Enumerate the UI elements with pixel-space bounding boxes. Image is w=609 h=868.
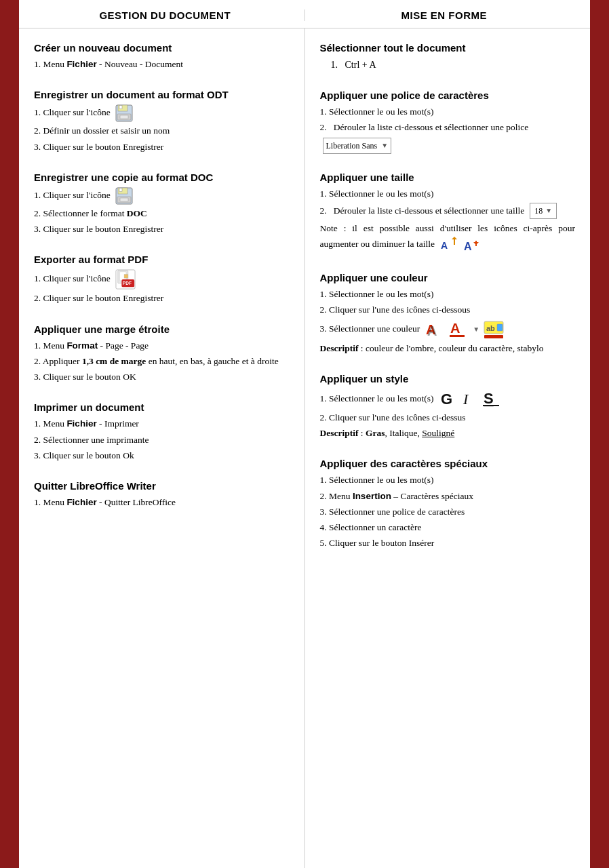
size-icons: A A (439, 235, 480, 254)
svg-rect-18 (454, 239, 455, 245)
step: 2. Dérouler la liste ci-dessous et sélec… (320, 121, 576, 153)
col-right: Sélectionner tout le document 1. Ctrl + … (305, 28, 591, 868)
svg-marker-15 (124, 275, 128, 279)
section-title-quitter: Quitter LibreOffice Writer (34, 480, 290, 492)
section-title-enregistrer-doc: Enregistrer une copie au format DOC (34, 172, 290, 183)
font-value: Liberation Sans (326, 140, 378, 152)
keyword-format: Format (66, 340, 98, 351)
section-title-style: Appliquer un style (320, 373, 576, 384)
step: 5. Cliquer sur le bouton Insérer (320, 536, 576, 550)
step-text: 3. Sélectionner une couleur (320, 322, 420, 336)
italic-icon: I (460, 389, 479, 408)
header-row: GESTION DU DOCUMENT MISE EN FORME (19, 0, 590, 28)
keyword-fichier-quit: Fichier (66, 497, 96, 507)
step-text: 2. Dérouler la liste ci-dessous et sélec… (320, 121, 529, 134)
step: 1. Menu Format - Page - Page (34, 339, 290, 353)
marge-value: 1,3 cm de marge (82, 356, 146, 366)
step: 1. Sélectionner le ou les mot(s) (320, 288, 576, 301)
svg-rect-21 (475, 241, 477, 246)
section-marge: Appliquer une marge étroite 1. Menu Form… (34, 323, 290, 384)
size-dropdown[interactable]: 18 ▼ (530, 203, 557, 219)
content-row: Créer un nouveau document 1. Menu Fichie… (19, 28, 590, 868)
step-descriptif-style: Descriptif : Gras, Italique, Souligné (320, 427, 576, 440)
save-icon (115, 104, 133, 122)
svg-text:A: A (450, 321, 460, 336)
step: 1. Sélectionner le ou les mot(s) (320, 105, 576, 119)
svg-rect-25 (450, 335, 465, 337)
section-title-marge: Appliquer une marge étroite (34, 323, 290, 335)
step: 2. Appliquer 1,3 cm de marge en haut, en… (34, 355, 290, 368)
souligne-label: Souligné (422, 428, 454, 438)
keyword-fichier: Fichier (66, 59, 96, 69)
svg-text:PDF: PDF (123, 281, 132, 286)
step-note: Note : il est possible aussi d'utiliser … (320, 222, 576, 254)
svg-rect-4 (120, 115, 128, 119)
dropdown-arrow: ▼ (381, 140, 388, 151)
step-text: 1. Sélectionner le ou les mot(s) (320, 392, 434, 406)
header-right: MISE EN FORME (312, 9, 577, 21)
step: 1. Cliquer sur l'icône PDF (34, 269, 290, 290)
style-icons: G I S (439, 389, 501, 409)
step-text: 2. Dérouler la liste ci-dessous et sélec… (320, 204, 525, 218)
step: 4. Sélectionner un caractère (320, 521, 576, 534)
step: 3. Cliquer sur le bouton Enregistrer (34, 222, 290, 236)
section-title-couleur: Appliquer une couleur (320, 272, 576, 283)
keyword-fichier-print: Fichier (66, 418, 96, 429)
decrease-size-icon: A (461, 235, 480, 254)
step: 3. Cliquer sur le bouton OK (34, 370, 290, 384)
section-police: Appliquer une police de caractères 1. Sé… (320, 90, 576, 154)
step: 2. Dérouler la liste ci-dessous et sélec… (320, 203, 576, 219)
step: 2. Sélectionner une imprimante (34, 433, 290, 447)
step-descriptif: Descriptif : couleur de l'ombre, couleur… (320, 342, 576, 355)
svg-text:A: A (427, 323, 437, 338)
col-left: Créer un nouveau document 1. Menu Fichie… (19, 28, 305, 868)
section-style: Appliquer un style 1. Sélectionner le ou… (320, 373, 576, 441)
descriptif-label-style: Descriptif (320, 428, 359, 438)
bold-icon: G (439, 389, 458, 408)
step: 2. Définir un dossier et saisir un nom (34, 124, 290, 138)
svg-text:I: I (463, 391, 469, 408)
doc-format: DOC (127, 208, 147, 218)
svg-rect-28 (497, 324, 503, 331)
svg-text:S: S (484, 390, 494, 407)
descriptif-label: Descriptif (320, 343, 359, 353)
section-select-all: Sélectionner tout le document 1. Ctrl + … (320, 42, 576, 72)
shadow-color-icon: A A (424, 319, 444, 340)
step-ctrl-a: 1. Ctrl + A (331, 58, 576, 72)
svg-rect-2 (119, 106, 122, 109)
section-enregistrer-doc: Enregistrer une copie au format DOC 1. C… (34, 172, 290, 237)
step: 1. Menu Fichier - Quitter LibreOffice (34, 496, 290, 509)
svg-rect-7 (119, 188, 122, 191)
underline-icon: S (482, 389, 501, 409)
save-icon-doc (115, 187, 133, 205)
section-imprimer: Imprimer un document 1. Menu Fichier - I… (34, 401, 290, 462)
step: 3. Sélectionner une couleur A A A ▼ (320, 319, 576, 340)
step: 3. Sélectionner une police de caractères (320, 505, 576, 519)
section-title-enregistrer-odt: Enregistrer un document au format ODT (34, 89, 290, 100)
step: 3. Cliquer sur le bouton Enregistrer (34, 140, 290, 154)
section-title-select-all: Sélectionner tout le document (320, 42, 576, 54)
step: 3. Cliquer sur le bouton Ok (34, 449, 290, 462)
step: 2. Cliquer sur l'une des icônes ci-desso… (320, 303, 576, 317)
step: 2. Sélectionner le format DOC (34, 207, 290, 220)
step: 1. Menu Fichier - Imprimer (34, 417, 290, 431)
section-title-speciaux: Appliquer des caractères spéciaux (320, 458, 576, 469)
section-title-taille: Appliquer une taille (320, 172, 576, 183)
section-quitter: Quitter LibreOffice Writer 1. Menu Fichi… (34, 480, 290, 509)
section-title-creer: Créer un nouveau document (34, 42, 290, 54)
svg-rect-29 (484, 335, 503, 338)
font-dropdown[interactable]: Liberation Sans ▼ (323, 138, 392, 154)
increase-size-icon: A (439, 235, 458, 254)
gras-label: Gras (366, 428, 385, 438)
main-container: GESTION DU DOCUMENT MISE EN FORME Créer … (19, 0, 590, 868)
step: 2. Cliquer sur l'une des icônes ci-dessu… (320, 411, 576, 425)
section-speciaux: Appliquer des caractères spéciaux 1. Sél… (320, 458, 576, 550)
header-divider (304, 9, 305, 21)
dropdown-small: ▼ (473, 324, 479, 334)
step: 2. Cliquer sur le bouton Enregistrer (34, 292, 290, 305)
section-creer: Créer un nouveau document 1. Menu Fichie… (34, 42, 290, 71)
step: 1. Cliquer sur l'icône (34, 187, 290, 205)
highlight-icon: ab (484, 320, 505, 339)
section-taille: Appliquer une taille 1. Sélectionner le … (320, 172, 576, 255)
svg-text:A: A (441, 240, 448, 251)
